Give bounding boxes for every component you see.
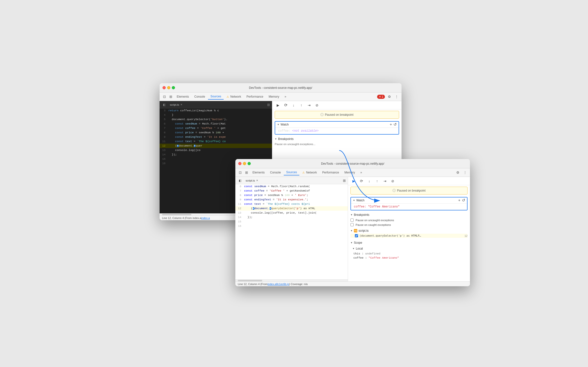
sidebar-toggle-back[interactable]: ◧ — [162, 102, 167, 107]
local-header-front[interactable]: ▼ Local — [350, 246, 468, 252]
dots-icon-front[interactable]: ⋮ — [462, 170, 468, 175]
minimize-button-back[interactable] — [167, 86, 170, 89]
source-tab-close-back[interactable]: ✕ — [180, 103, 182, 106]
tab-more-back[interactable]: » — [282, 94, 289, 99]
status-bar-front: Line 12, Column 4 (From index.a8c1ec6b.j… — [235, 281, 470, 286]
code-line-f9: 9 const endingText = 'It is expensive.'; — [235, 197, 348, 202]
bp-caught-label-front: Pause on caught exceptions — [356, 223, 391, 226]
watch-refresh-back[interactable]: ↺ — [393, 123, 397, 126]
sidebar-toggle-front[interactable]: ◧ — [237, 178, 243, 183]
step-over-btn-front[interactable]: ⟳ — [358, 178, 365, 184]
code-line-14: 14 }); — [160, 152, 272, 157]
code-line-f14: 14 }); — [235, 215, 348, 219]
watch-refresh-front[interactable]: ↺ — [462, 198, 465, 202]
watch-title-back: ▼ Watch — [277, 123, 289, 126]
source-tabs-front: ◧ script.ts ✕ ⊞ — [235, 177, 348, 184]
devtools-device-icon-front[interactable]: ⊞ — [244, 170, 250, 175]
resume-btn-front[interactable]: ▶ — [350, 178, 357, 184]
source-panel-front: ◧ script.ts ✕ ⊞ 6 const seedNum = Math.f… — [235, 177, 348, 281]
paused-text-back: Paused on breakpoint — [325, 113, 354, 116]
tab-sources-front[interactable]: Sources — [284, 170, 299, 175]
gear-icon-front[interactable]: ⚙ — [455, 170, 461, 175]
source-tab-expand-front[interactable]: ⊞ — [343, 179, 346, 183]
deactivate-btn-front[interactable]: ⊘ — [390, 178, 396, 184]
window-controls-back — [163, 86, 175, 89]
code-line-f7: 7 const coffee = 'Coffee ' + getRandomCo… — [235, 189, 348, 193]
tab-network-back[interactable]: ⚠ Network — [224, 94, 243, 99]
horizontal-scrollbar-front[interactable] — [235, 279, 348, 281]
tab-more-front[interactable]: » — [358, 170, 365, 175]
tab-elements-front[interactable]: Elements — [250, 170, 267, 175]
devtools-inspector-icon-front[interactable]: ⊡ — [237, 170, 243, 175]
deactivate-btn-back[interactable]: ⊘ — [314, 102, 320, 108]
bp-line-num-front: 12 — [465, 234, 468, 237]
breakpoints-header-front[interactable]: ▼ Breakpoints — [350, 212, 468, 218]
status-link-back[interactable]: index.a — [201, 217, 210, 219]
devtools-inspector-icon-back[interactable]: ⊡ — [162, 94, 167, 100]
code-line-4: 4 } — [160, 113, 272, 117]
breakpoints-header-back[interactable]: ▼ Breakpoints — [275, 136, 399, 142]
step-btn-back[interactable]: ⇥ — [306, 102, 312, 108]
scope-title-front: Scope — [354, 241, 362, 244]
scrollbar-thumb-front — [238, 280, 262, 281]
scope-this-front: this : undefined — [350, 252, 468, 256]
debugger-toolbar-front: ▶ ⟳ ↓ ↑ ⇥ ⊘ — [348, 177, 470, 185]
minimize-button-front[interactable] — [243, 162, 246, 165]
step-btn-front[interactable]: ⇥ — [382, 178, 388, 184]
error-badge-back[interactable]: ✕ 1 — [377, 95, 385, 99]
bp-code-checkbox-front[interactable] — [355, 234, 358, 237]
watch-body-back: coffee: <not available> — [275, 128, 399, 134]
watch-triangle-back: ▼ — [277, 123, 279, 126]
watch-title-front: ▼ Watch — [353, 199, 364, 202]
tab-sources-back[interactable]: Sources — [208, 94, 224, 100]
source-tab-close-front[interactable]: ✕ — [256, 179, 258, 182]
source-tab-script-front[interactable]: script.ts ✕ — [244, 178, 260, 183]
tab-performance-back[interactable]: Performance — [244, 94, 266, 99]
tab-elements-back[interactable]: Elements — [174, 94, 191, 99]
maximize-button-front[interactable] — [248, 162, 251, 165]
bp-uncaught-checkbox-front[interactable] — [350, 218, 354, 222]
devtools-device-icon-back[interactable]: ⊞ — [168, 94, 174, 100]
tab-performance-front[interactable]: Performance — [320, 170, 341, 175]
step-into-btn-front[interactable]: ↓ — [366, 178, 372, 184]
step-out-btn-front[interactable]: ↑ — [374, 178, 380, 184]
scope-coffee-front: coffee : "Coffee Americano" — [350, 256, 468, 260]
breakpoints-section-front: ▼ Breakpoints Pause on uncaught exceptio… — [348, 212, 470, 238]
watch-add-back[interactable]: + — [390, 123, 392, 126]
close-button-back[interactable] — [163, 86, 166, 89]
paused-text-front: Paused on breakpoint — [397, 189, 426, 192]
devtools-window-front: DevTools - consistent-source-map-pc.netl… — [235, 159, 470, 286]
tab-console-back[interactable]: Console — [192, 94, 207, 99]
info-icon-front: ⓘ — [392, 188, 396, 193]
scope-header-front[interactable]: ▼ Scope — [350, 240, 468, 246]
bp-file-header-front[interactable]: ▼ TS script.ts — [350, 227, 468, 234]
tab-memory-front[interactable]: Memory — [342, 170, 357, 175]
dots-icon-back[interactable]: ⋮ — [394, 94, 400, 100]
maximize-button-back[interactable] — [172, 86, 175, 89]
tab-console-front[interactable]: Console — [268, 170, 283, 175]
step-over-btn-back[interactable]: ⟳ — [283, 102, 289, 108]
close-button-front[interactable] — [238, 162, 241, 165]
source-tab-script-back[interactable]: script.ts ✕ — [168, 103, 184, 107]
resume-btn-back[interactable]: ▶ — [275, 102, 281, 108]
watch-add-front[interactable]: + — [458, 198, 460, 202]
status-text-back: Line 12, Column 4 (From index.a — [162, 217, 201, 219]
status-link-front[interactable]: index.a8c1ec6b.js — [268, 283, 289, 286]
watch-section-front: ▼ Watch + ↺ coffee: "Coffee Americano" — [350, 197, 468, 210]
gear-icon-back[interactable]: ⚙ — [386, 94, 392, 100]
watch-header-back[interactable]: ▼ Watch + ↺ — [275, 122, 399, 128]
tab-memory-back[interactable]: Memory — [266, 94, 282, 99]
code-line-5: 5 document.querySelector('button'). — [160, 117, 272, 122]
breakpoints-triangle-back: ▼ — [275, 138, 277, 140]
bp-code-row-front: (document.querySelector('p') as HTMLP… 1… — [350, 234, 468, 238]
error-icon-back: ✕ — [379, 95, 381, 98]
bp-file-icon-front: TS — [354, 229, 357, 232]
watch-header-front[interactable]: ▼ Watch + ↺ — [351, 197, 467, 204]
source-tab-expand-back[interactable]: ⊞ — [267, 103, 270, 107]
tab-bar-right-back: ✕ 1 ⚙ ⋮ — [377, 94, 400, 100]
step-into-btn-back[interactable]: ↓ — [290, 102, 297, 108]
tab-network-front[interactable]: ⚠ Network — [300, 170, 319, 175]
bp-caught-checkbox-front[interactable] — [350, 223, 354, 226]
breakpoints-title-front: Breakpoints — [354, 213, 369, 217]
step-out-btn-back[interactable]: ↑ — [298, 102, 305, 108]
